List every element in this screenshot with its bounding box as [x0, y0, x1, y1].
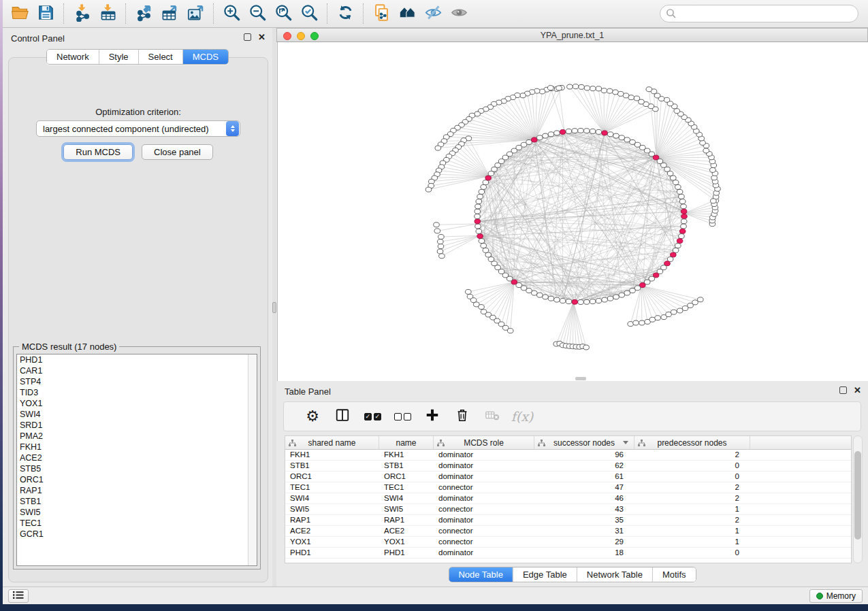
- table-cell[interactable]: TEC1: [379, 482, 434, 493]
- memory-button[interactable]: Memory: [809, 589, 863, 603]
- mcds-list-item[interactable]: ORC1: [17, 474, 257, 485]
- show-all-button[interactable]: [446, 1, 472, 26]
- network-hscroll-thumb[interactable]: [575, 377, 586, 380]
- table-row[interactable]: TEC1TEC1connector472: [285, 482, 851, 493]
- mcds-list-item[interactable]: STB5: [17, 463, 257, 474]
- column-header-successor-nodes[interactable]: successor nodes: [534, 436, 634, 449]
- zoom-in-button[interactable]: [219, 1, 244, 26]
- close-panel-button[interactable]: Close panel: [142, 144, 213, 160]
- mcds-list-item[interactable]: TEC1: [17, 518, 257, 529]
- table-row[interactable]: RAP1RAP1dominator352: [285, 515, 851, 526]
- table-cell[interactable]: TEC1: [285, 482, 379, 493]
- table-cell[interactable]: connector: [434, 526, 534, 536]
- open-file-button[interactable]: [7, 1, 33, 26]
- table-cell[interactable]: 0: [634, 472, 750, 482]
- export-network-button[interactable]: [131, 1, 157, 26]
- table-row[interactable]: ORC1ORC1dominator610: [285, 472, 851, 482]
- table-cell[interactable]: PHD1: [379, 548, 434, 558]
- table-cell[interactable]: connector: [434, 537, 534, 547]
- mcds-list-item[interactable]: ACE2: [17, 452, 257, 463]
- table-cell[interactable]: connector: [434, 482, 534, 493]
- table-cell[interactable]: dominator: [434, 493, 534, 503]
- table-cell[interactable]: 43: [534, 504, 634, 514]
- table-scrollbar-thumb[interactable]: [854, 451, 861, 540]
- table-cell[interactable]: 0: [634, 461, 750, 471]
- run-mcds-button[interactable]: Run MCDS: [63, 144, 133, 160]
- export-image-button[interactable]: [182, 1, 208, 26]
- mcds-list-item[interactable]: YOX1: [17, 398, 257, 409]
- table-cell[interactable]: 62: [534, 461, 634, 471]
- tab-network-table[interactable]: Network Table: [577, 567, 652, 582]
- import-table-button[interactable]: [95, 1, 120, 26]
- table-settings-button[interactable]: ⚙: [298, 403, 327, 429]
- table-cell[interactable]: dominator: [434, 548, 534, 558]
- mcds-list-item[interactable]: STP4: [17, 376, 257, 387]
- mcds-list-item[interactable]: CAR1: [17, 365, 257, 376]
- table-row[interactable]: YOX1YOX1connector291: [285, 537, 851, 548]
- hide-selected-button[interactable]: [420, 1, 446, 26]
- close-panel-icon[interactable]: ✕: [258, 33, 266, 41]
- table-row[interactable]: ACE2ACE2connector311: [285, 526, 851, 537]
- mcds-list-item[interactable]: GCR1: [17, 529, 257, 540]
- table-cell[interactable]: SWI4: [379, 493, 434, 503]
- zoom-out-button[interactable]: [244, 1, 270, 26]
- table-cell[interactable]: SWI5: [379, 504, 434, 514]
- table-cell[interactable]: 1: [634, 537, 750, 547]
- table-cell[interactable]: STB1: [379, 461, 434, 471]
- mcds-list-item[interactable]: TID3: [17, 387, 257, 398]
- table-cell[interactable]: 1: [634, 526, 750, 536]
- table-cell[interactable]: connector: [434, 504, 534, 514]
- mcds-list-item[interactable]: RAP1: [17, 485, 257, 496]
- tab-network[interactable]: Network: [47, 50, 99, 64]
- mcds-list-item[interactable]: SWI4: [17, 409, 257, 420]
- table-row[interactable]: FKH1FKH1dominator962: [285, 450, 851, 461]
- table-cell[interactable]: YOX1: [379, 537, 434, 547]
- table-row[interactable]: STB1STB1dominator620: [285, 461, 851, 472]
- mcds-list-item[interactable]: FKH1: [17, 442, 257, 452]
- table-cell[interactable]: 2: [634, 482, 750, 493]
- task-history-button[interactable]: [8, 589, 29, 603]
- table-cell[interactable]: STB1: [285, 461, 379, 471]
- table-cell[interactable]: 35: [534, 515, 634, 525]
- table-cell[interactable]: dominator: [434, 515, 534, 525]
- float-table-panel-icon[interactable]: [839, 386, 847, 394]
- table-scrollbar[interactable]: [853, 435, 863, 563]
- table-cell[interactable]: dominator: [434, 461, 534, 471]
- mcds-list-item[interactable]: SRD1: [17, 420, 257, 431]
- add-column-button[interactable]: [417, 403, 447, 429]
- table-cell[interactable]: 29: [534, 537, 634, 547]
- search-input[interactable]: [660, 5, 858, 22]
- clone-network-button[interactable]: [368, 1, 394, 26]
- table-cell[interactable]: dominator: [434, 450, 534, 460]
- float-panel-icon[interactable]: [244, 33, 251, 41]
- close-table-panel-icon[interactable]: ✕: [854, 386, 861, 394]
- table-cell[interactable]: 47: [534, 482, 634, 493]
- table-cell[interactable]: 18: [534, 548, 634, 558]
- mcds-list-item[interactable]: PMA2: [17, 431, 257, 442]
- mcds-list-item[interactable]: SWI5: [17, 507, 257, 518]
- select-all-button[interactable]: [357, 403, 387, 429]
- delete-column-button[interactable]: [447, 403, 477, 429]
- column-header-name[interactable]: name: [379, 436, 434, 449]
- table-cell[interactable]: ORC1: [379, 472, 434, 482]
- table-row[interactable]: SWI4SWI4dominator462: [285, 493, 851, 504]
- tab-edge-table[interactable]: Edge Table: [513, 567, 577, 582]
- tab-motifs[interactable]: Motifs: [652, 567, 696, 582]
- column-header-shared-name[interactable]: shared name: [285, 436, 379, 449]
- deselect-all-button[interactable]: [387, 403, 417, 429]
- tab-style[interactable]: Style: [99, 50, 138, 64]
- optimization-criterion-dropdown[interactable]: largest connected component (undirected): [36, 120, 240, 137]
- table-cell[interactable]: SWI4: [285, 493, 379, 503]
- first-neighbors-button[interactable]: [394, 1, 420, 26]
- export-table-button[interactable]: [157, 1, 182, 26]
- table-cell[interactable]: RAP1: [379, 515, 434, 525]
- table-cell[interactable]: ORC1: [285, 472, 379, 482]
- table-cell[interactable]: 2: [634, 493, 750, 503]
- table-row[interactable]: PHD1PHD1dominator180: [285, 548, 851, 559]
- table-cell[interactable]: 1: [634, 504, 750, 514]
- table-cell[interactable]: ACE2: [379, 526, 434, 536]
- column-header-predecessor-nodes[interactable]: predecessor nodes: [634, 436, 750, 449]
- save-session-button[interactable]: [33, 1, 59, 26]
- mcds-list-item[interactable]: PHD1: [17, 354, 257, 365]
- table-cell[interactable]: 46: [534, 493, 634, 503]
